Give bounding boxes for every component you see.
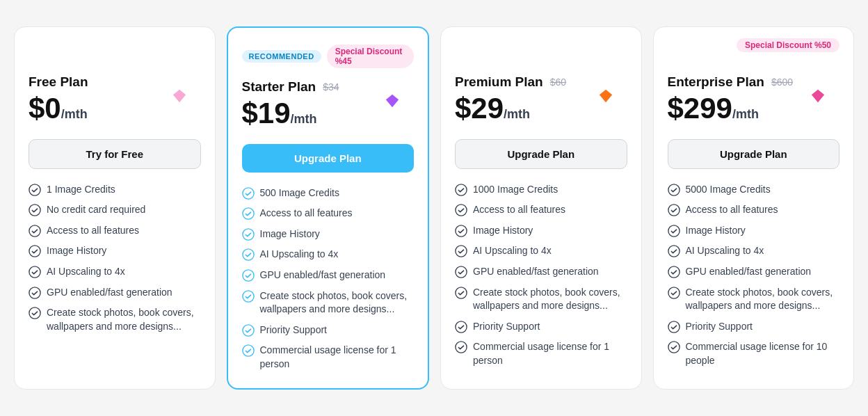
feature-text: GPU enabled/fast generation: [686, 265, 812, 279]
plan-period: /mth: [61, 107, 88, 121]
plan-card-premium: Premium Plan $60 $29/mth Upgrade Plan 10…: [440, 26, 642, 389]
feature-item: Commercial usage license for 1 person: [242, 344, 415, 371]
svg-point-12: [242, 290, 253, 301]
feature-text: Create stock photos, book covers, wallpa…: [473, 286, 627, 313]
recommended-badge: RECOMMENDED: [242, 50, 321, 63]
svg-point-30: [668, 342, 679, 353]
feature-text: Commercial usage license for 1 person: [260, 344, 415, 371]
plan-name: Free Plan: [29, 74, 88, 90]
discount-badge: Special Discount %45: [327, 45, 414, 68]
feature-item: 5000 Image Credits: [668, 183, 840, 197]
feature-item: Image History: [455, 224, 627, 238]
feature-text: GPU enabled/fast generation: [473, 265, 599, 279]
svg-point-18: [456, 246, 467, 257]
feature-item: 1000 Image Credits: [455, 183, 627, 197]
feature-text: GPU enabled/fast generation: [47, 286, 172, 300]
feature-item: GPU enabled/fast generation: [29, 286, 201, 300]
feature-item: No credit card required: [29, 203, 201, 217]
feature-text: Create stock photos, book covers, wallpa…: [260, 289, 415, 317]
svg-point-20: [456, 287, 467, 298]
plan-name-row: Starter Plan $34: [242, 79, 415, 95]
svg-point-23: [668, 184, 679, 195]
feature-item: 500 Image Credits: [242, 186, 415, 200]
svg-point-10: [242, 249, 253, 260]
plan-cta-button[interactable]: Upgrade Plan: [242, 144, 415, 173]
feature-text: Image History: [47, 244, 106, 258]
feature-item: 1 Image Credits: [29, 183, 201, 197]
feature-text: Image History: [473, 224, 533, 238]
svg-point-7: [242, 188, 253, 199]
svg-point-15: [456, 184, 467, 195]
feature-text: Commercial usage license for 10 people: [686, 340, 840, 367]
feature-text: 1000 Image Credits: [473, 183, 558, 197]
feature-text: GPU enabled/fast generation: [260, 269, 386, 282]
plan-card-free: Free Plan $0/mth Try for Free 1 Image Cr…: [14, 26, 216, 389]
badge-row: RECOMMENDED Special Discount %45: [242, 45, 415, 68]
feature-item: Commercial usage license for 1 person: [455, 340, 627, 367]
plan-cta-button[interactable]: Try for Free: [29, 139, 201, 169]
feature-list: 1000 Image Credits Access to all feature…: [455, 183, 627, 368]
feature-item: AI Upscaling to 4x: [455, 244, 627, 258]
original-price: $34: [323, 81, 339, 93]
feature-item: Image History: [29, 244, 201, 258]
feature-text: Access to all features: [260, 207, 353, 221]
plan-period: /mth: [291, 112, 317, 126]
original-price: $600: [771, 77, 793, 88]
feature-text: Priority Support: [686, 320, 753, 334]
svg-point-17: [456, 225, 467, 237]
plan-name: Premium Plan: [455, 74, 543, 90]
feature-text: No credit card required: [47, 203, 145, 217]
feature-item: Create stock photos, book covers, wallpa…: [242, 289, 415, 317]
feature-item: Access to all features: [455, 203, 627, 217]
svg-point-4: [29, 266, 40, 278]
feature-text: 500 Image Credits: [260, 186, 339, 200]
feature-item: Priority Support: [242, 323, 415, 337]
svg-point-26: [668, 246, 679, 257]
svg-point-13: [242, 325, 253, 336]
feature-text: Image History: [686, 224, 746, 238]
svg-point-11: [242, 270, 253, 281]
plan-name-row: Free Plan: [29, 74, 201, 90]
plan-cta-button[interactable]: Upgrade Plan: [455, 139, 627, 169]
feature-item: Commercial usage license for 10 people: [668, 340, 840, 367]
feature-text: Commercial usage license for 1 person: [473, 340, 627, 367]
plan-name-row: Premium Plan $60: [455, 74, 627, 90]
feature-text: Access to all features: [473, 203, 565, 217]
feature-text: Access to all features: [686, 203, 778, 217]
feature-item: GPU enabled/fast generation: [455, 265, 627, 279]
plan-card-starter: RECOMMENDED Special Discount %45 Starter…: [227, 26, 430, 389]
feature-text: AI Upscaling to 4x: [686, 244, 764, 258]
feature-item: AI Upscaling to 4x: [242, 248, 415, 262]
feature-item: Priority Support: [455, 320, 627, 334]
plan-name: Starter Plan: [242, 79, 316, 95]
plan-period: /mth: [504, 107, 530, 121]
feature-item: GPU enabled/fast generation: [668, 265, 840, 279]
svg-point-25: [668, 225, 679, 237]
plan-cta-button[interactable]: Upgrade Plan: [668, 139, 840, 169]
svg-point-6: [29, 307, 40, 319]
badge-row: [29, 44, 201, 63]
svg-point-9: [242, 229, 253, 240]
svg-point-8: [242, 208, 253, 219]
feature-text: Priority Support: [260, 323, 327, 337]
feature-item: Priority Support: [668, 320, 840, 334]
feature-text: 5000 Image Credits: [686, 183, 771, 197]
plan-name-row: Enterprise Plan $600: [668, 74, 840, 90]
feature-item: Create stock photos, book covers, wallpa…: [668, 286, 840, 313]
svg-point-16: [456, 205, 467, 216]
feature-item: Access to all features: [29, 224, 201, 238]
svg-point-28: [668, 287, 679, 298]
feature-list: 500 Image Credits Access to all features…: [242, 186, 415, 371]
svg-point-29: [668, 321, 679, 333]
svg-point-24: [668, 205, 679, 216]
feature-text: AI Upscaling to 4x: [260, 248, 339, 262]
svg-point-2: [29, 225, 40, 237]
feature-text: AI Upscaling to 4x: [47, 265, 125, 279]
feature-text: Priority Support: [473, 320, 540, 334]
feature-item: Create stock photos, book covers, wallpa…: [455, 286, 627, 313]
feature-text: Image History: [260, 227, 320, 241]
plan-name: Enterprise Plan: [668, 74, 764, 90]
plan-period: /mth: [732, 107, 759, 121]
feature-item: AI Upscaling to 4x: [668, 244, 840, 258]
feature-item: Image History: [242, 227, 415, 241]
